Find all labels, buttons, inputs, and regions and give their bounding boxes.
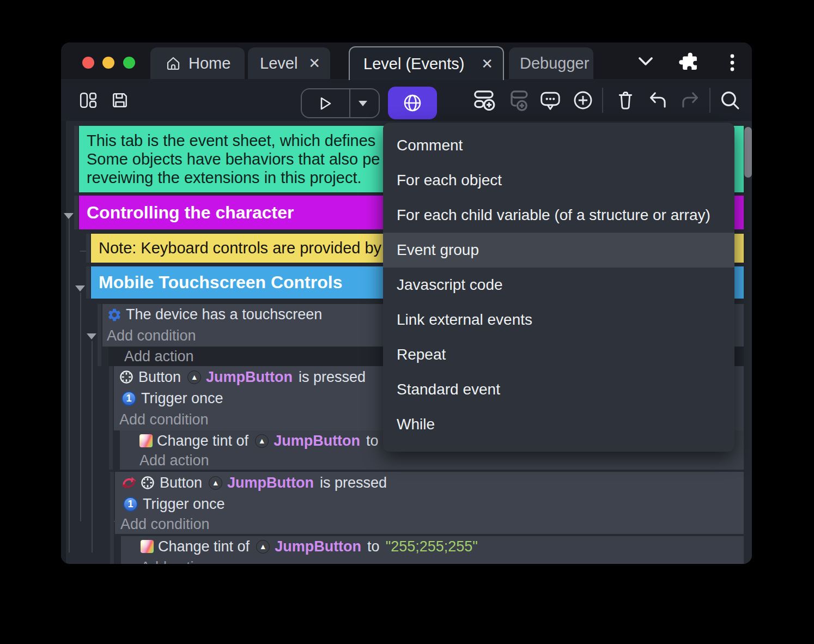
button-plugin-icon: [119, 369, 134, 385]
action-text: Change tint of: [157, 433, 248, 449]
app-window: Home Level ✕ Level (Events) ✕ Debugger: [61, 42, 752, 564]
main-menu-kebab-icon[interactable]: [728, 53, 736, 73]
group-title: Mobile Touchscreen Controls: [99, 272, 342, 293]
add-sub-event-icon[interactable]: [508, 89, 531, 112]
undo-icon[interactable]: [647, 90, 668, 111]
tab-level-events-close-icon[interactable]: ✕: [481, 56, 503, 72]
tab-level-events[interactable]: Level (Events) ✕: [349, 46, 504, 80]
indent-tick: [80, 251, 86, 252]
block-rail: [74, 126, 78, 192]
search-icon[interactable]: [719, 89, 741, 111]
menu-item-link-external-events[interactable]: Link external events: [383, 302, 734, 337]
note-text: Note: Keyboard controls are provided by: [99, 239, 381, 257]
system-gear-icon: [107, 307, 122, 323]
layout-panels-icon[interactable]: [79, 91, 98, 110]
collapse-arrow-icon[interactable]: [64, 213, 74, 219]
delete-icon[interactable]: [615, 90, 636, 111]
block-rail: [98, 304, 101, 366]
invert-red-icon: [121, 475, 137, 491]
block-rail: [110, 472, 114, 564]
indent-guide: [80, 293, 81, 521]
event-sheet-view-button[interactable]: [388, 87, 437, 119]
home-icon: [165, 54, 182, 72]
tab-level-close-icon[interactable]: ✕: [308, 55, 330, 72]
action-text: Change tint of: [158, 538, 250, 555]
indent-guide: [69, 219, 70, 552]
menu-item-while[interactable]: While: [383, 407, 734, 442]
condition-text: is pressed: [299, 369, 366, 386]
action-text: to: [367, 538, 380, 555]
vertical-scrollbar-thumb[interactable]: [744, 127, 752, 178]
instance-arrow-chip: ▲: [256, 540, 270, 554]
close-window-button[interactable]: [82, 57, 94, 69]
addons-puzzle-icon[interactable]: [678, 51, 699, 72]
tab-list-chevron-icon[interactable]: [636, 56, 655, 68]
object-name: JumpButton: [275, 538, 361, 555]
instance-arrow-chip: ▲: [209, 476, 222, 490]
block-rail: [86, 234, 90, 263]
add-action-link[interactable]: Add action: [120, 451, 744, 470]
title-bar: Home Level ✕ Level (Events) ✕ Debugger: [61, 42, 752, 79]
tab-debugger-label: Debugger: [520, 54, 589, 72]
add-comment-icon[interactable]: [539, 89, 561, 111]
button-plugin-icon: [140, 475, 155, 490]
tab-home[interactable]: Home: [150, 47, 245, 79]
menu-item-comment[interactable]: Comment: [383, 128, 734, 163]
tab-home-label: Home: [189, 54, 230, 72]
play-options-caret-icon[interactable]: [358, 100, 368, 107]
menu-item-repeat[interactable]: Repeat: [383, 337, 734, 372]
tab-level-events-label: Level (Events): [363, 55, 464, 73]
save-icon[interactable]: [111, 91, 129, 110]
menu-item-for-each-child-variable[interactable]: For each child variable (of a structure …: [383, 198, 734, 233]
condition-text: Trigger once: [141, 390, 223, 407]
block-rail: [109, 366, 113, 470]
tab-debugger[interactable]: Debugger: [509, 47, 593, 79]
action-text: to: [366, 433, 379, 449]
object-name: JumpButton: [274, 433, 360, 449]
string-value: "255;255;255": [386, 538, 478, 555]
indent-guide: [92, 341, 93, 552]
condition-text: The device has a touchscreen: [126, 306, 322, 323]
sheet-gutter: [61, 121, 66, 564]
redo-icon[interactable]: [680, 90, 701, 111]
collapse-arrow-icon[interactable]: [87, 333, 96, 339]
menu-item-javascript-code[interactable]: Javascript code: [383, 268, 734, 302]
play-icon[interactable]: [316, 95, 333, 112]
group-title: Controlling the character: [87, 203, 294, 223]
menu-item-standard-event[interactable]: Standard event: [383, 372, 734, 407]
add-action-link[interactable]: Add action: [121, 557, 744, 564]
menu-item-for-each-object[interactable]: For each object: [383, 163, 734, 198]
tab-level[interactable]: Level ✕: [248, 47, 330, 79]
zoom-window-button[interactable]: [123, 57, 135, 69]
plugin-name: Button: [160, 475, 202, 491]
collapse-arrow-icon[interactable]: [75, 285, 85, 291]
instance-arrow-chip: ▲: [255, 434, 269, 448]
add-new-icon[interactable]: [572, 89, 594, 111]
menu-item-event-group[interactable]: Event group: [383, 233, 734, 268]
instance-arrow-chip: ▲: [187, 370, 201, 384]
add-condition-link[interactable]: Add condition: [115, 514, 744, 534]
trigger-once-icon: 1: [122, 391, 136, 406]
add-event-context-menu: Comment For each object For each child v…: [383, 123, 734, 452]
event-button-pressed-2[interactable]: Button ▲ JumpButton is pressed 1 Trigger…: [115, 472, 744, 534]
tint-color-icon: [139, 434, 153, 447]
condition-text: is pressed: [320, 475, 387, 491]
action-change-tint-2[interactable]: Change tint of ▲ JumpButton to "255;255;…: [121, 536, 744, 564]
object-name: JumpButton: [227, 475, 314, 491]
trigger-once-icon: 1: [123, 497, 138, 512]
object-name: JumpButton: [206, 369, 293, 386]
play-button-group: [301, 88, 380, 118]
tint-color-icon: [141, 540, 154, 553]
plugin-name: Button: [138, 369, 181, 386]
block-rail: [86, 266, 90, 299]
block-rail: [74, 196, 78, 229]
globe-icon: [402, 92, 423, 114]
toolbar: [61, 79, 752, 121]
condition-text: Trigger once: [143, 496, 225, 513]
minimize-window-button[interactable]: [102, 57, 114, 69]
tab-level-label: Level: [260, 54, 297, 72]
add-event-icon[interactable]: [473, 89, 496, 112]
